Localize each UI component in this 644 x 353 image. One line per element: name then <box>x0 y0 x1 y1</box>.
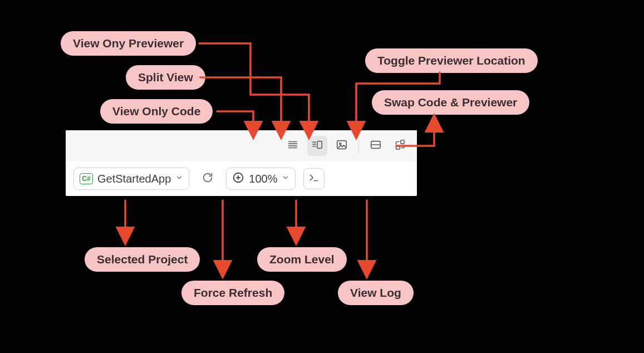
annotation-arrows <box>0 0 644 353</box>
